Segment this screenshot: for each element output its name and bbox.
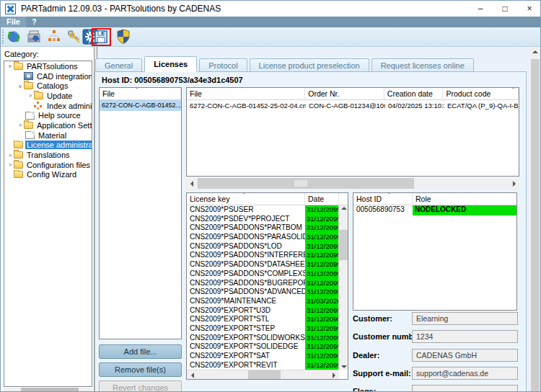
file-table-horizontal-scrollbar[interactable] (186, 178, 519, 189)
license-key-row[interactable]: CNS2009*PSADDONS*DATASHEET 31/12/2099 (187, 260, 339, 270)
column-header-order-nr[interactable]: Order Nr. (305, 88, 384, 99)
tree-item[interactable]: Index administration (4, 101, 92, 111)
column-header-host-id[interactable]: Host ID (353, 193, 413, 205)
field-value[interactable]: Elearning (412, 312, 518, 325)
license-key-row[interactable]: CNS2009*PSADDONS*ADVANCEDTOPO 31/12/2099 (187, 288, 339, 297)
license-key-row[interactable]: CNS2009*PSADDONS*COMPLEXSEARCH 31/12/209… (187, 270, 339, 279)
license-keys-horizontal-scrollbar[interactable] (187, 370, 339, 379)
tree-expander-icon[interactable]: > (6, 152, 14, 159)
license-key-row[interactable]: CNS2009*PSADDONS*INTERFERENCE 31/12/2099 (187, 251, 339, 260)
menu-help[interactable]: ? (26, 17, 43, 27)
host-role-row[interactable]: 005056890753 NODELOCKED (353, 205, 516, 215)
folder-icon (14, 161, 23, 169)
license-key-row[interactable]: CNS2009*EXPORT*STEP 31/12/2099 (187, 324, 339, 334)
tree-item[interactable]: v Catalogs (4, 81, 92, 91)
license-expiry-date: 31/12/2099 (305, 279, 339, 288)
app-icon (5, 4, 16, 14)
form-row: Customer number: 1234 (353, 330, 518, 343)
form-row: Customer: Elearning (353, 312, 518, 325)
tab-bar: General Licenses Protocol License produc… (95, 56, 476, 72)
tree-expander-icon[interactable]: > (17, 122, 24, 128)
tree-item[interactable]: License administration (4, 141, 92, 151)
tree-item[interactable]: > Application Settings (4, 120, 92, 130)
tree-item[interactable]: > Configuration files (4, 160, 92, 170)
license-key-row[interactable]: CNS2009*EXPORT*SOLIDWORKS 31/12/2099 (187, 334, 339, 343)
license-expiry-date: 31/12/2099 (305, 260, 339, 270)
category-sidebar: Category: v PARTsolutions CAD integratio… (1, 47, 94, 392)
folder-icon (24, 82, 33, 89)
tree-item-label: License administration (25, 141, 92, 149)
tree-expander-icon[interactable]: v (6, 63, 14, 69)
license-key-row[interactable]: CNS2009*PSADDONS*PARTBOM 31/12/2099 (187, 223, 339, 233)
tree-item-label: Catalogs (35, 81, 69, 90)
license-keys-vertical-scrollbar[interactable] (338, 205, 348, 370)
tree-item[interactable]: Material (4, 130, 92, 141)
license-key-row[interactable]: CNS2009*EXPORT*STL 31/12/2099 (187, 315, 339, 324)
action-button[interactable]: Remove file(s) (99, 362, 182, 377)
menu-bar: File ? (1, 17, 541, 27)
tree-item-label: Index administration (45, 102, 92, 110)
license-key-row[interactable]: CNS2009*PSADDONS*PARASOLID 31/12/2099 (187, 233, 339, 242)
action-button[interactable]: Revert changes (99, 380, 182, 392)
license-expiry-date: 31/12/2099 (305, 251, 339, 260)
tree-expander-icon[interactable]: > (27, 92, 34, 99)
tree-item[interactable]: > Update (4, 91, 92, 101)
pane-vertical-scrollbar[interactable] (530, 48, 540, 392)
column-header-license-key[interactable]: License key (187, 193, 305, 205)
tab[interactable]: Protocol (199, 58, 247, 72)
license-keys-icon[interactable] (66, 29, 82, 45)
license-key-row[interactable]: CNS2009*EXPORT*U3D 31/12/2099 (187, 306, 339, 316)
install-icon[interactable] (26, 29, 42, 45)
tree-item[interactable]: CAD integration (4, 71, 92, 81)
tree-item-label: Translations (25, 151, 71, 159)
index-administration-icon[interactable] (46, 29, 62, 45)
license-file-row[interactable]: 6272-CON-C-AGB-01452-25-02-04.cnsldb CON… (187, 100, 519, 111)
tree-horizontal-scrollbar[interactable] (4, 388, 92, 392)
license-key-row[interactable]: CNS2009*PSADDONS*LOD 31/12/2099 (187, 242, 339, 251)
tab[interactable]: Licenses (144, 56, 197, 72)
menu-file[interactable]: File (1, 17, 26, 27)
update-icon[interactable] (6, 29, 22, 45)
license-key-row[interactable]: CNS2009*EXPORT*REVIT 31/12/2099 (187, 361, 339, 370)
field-value[interactable]: 1234 (412, 330, 518, 343)
maximize-button[interactable]: □ (493, 1, 517, 17)
tree-item[interactable]: Config Wizard (4, 170, 92, 180)
title-bar: PARTadmin 12.09.03 - PARTsolutions by CA… (1, 1, 541, 17)
tree-expander-icon[interactable]: v (17, 83, 24, 89)
tab[interactable]: License product preselection (250, 58, 369, 72)
index-icon (34, 102, 43, 110)
tab[interactable]: General (95, 58, 142, 72)
license-key-row[interactable]: CNS2009*MAINTENANCE 31/03/2026 (187, 297, 339, 306)
license-key-row[interactable]: CNS2009*PSDEV*PPROJECT 31/12/2099 (187, 215, 339, 224)
column-header-file[interactable]: File (187, 88, 305, 99)
tree-item[interactable]: Help source (4, 110, 92, 120)
license-key-row[interactable]: CNS2009*PSUSER 31/12/2099 (187, 205, 339, 215)
column-header-product-code[interactable]: Product code (443, 88, 519, 99)
minimize-button[interactable]: – (468, 1, 493, 17)
form-row: Flags: (353, 385, 518, 392)
column-header-creation-date[interactable]: Creation date (384, 88, 444, 99)
form-row: Dealer: CADENAS GmbH (353, 349, 518, 362)
file-list-header[interactable]: File (100, 88, 181, 99)
column-header-date[interactable]: Date (305, 193, 339, 205)
save-icon[interactable] (93, 29, 109, 45)
field-value[interactable]: support@cadenas.de (412, 367, 518, 380)
field-value[interactable] (412, 385, 518, 392)
column-header-role[interactable]: Role (413, 193, 516, 205)
action-button[interactable]: Add file... (99, 344, 182, 359)
field-value[interactable]: CADENAS GmbH (412, 349, 518, 362)
license-expiry-date: 31/12/2099 (305, 205, 339, 215)
license-key-row[interactable]: CNS2009*EXPORT*SOLIDEDGE 31/12/2099 (187, 342, 339, 352)
tree-item[interactable]: v PARTsolutions (4, 61, 92, 71)
license-expiry-date: 31/12/2099 (305, 352, 339, 361)
tree-item[interactable]: > Translations (4, 150, 92, 160)
license-expiry-date: 31/12/2099 (305, 223, 339, 233)
license-key-row[interactable]: CNS2009*EXPORT*SAT 31/12/2099 (187, 352, 339, 361)
tab[interactable]: Request licenses online (371, 58, 474, 72)
license-key-row[interactable]: CNS2009*PSADDONS*BUGREPORT 31/12/2099 (187, 279, 339, 288)
tree-expander-icon[interactable]: > (6, 161, 14, 168)
file-list-row[interactable]: 6272-CON-C-AGB-01452... (100, 100, 181, 111)
close-button[interactable]: × (517, 1, 541, 17)
license-keys-panel: ˇ License key Date CNS2009*PSUSER 31/12/… (186, 192, 348, 380)
admin-shield-icon[interactable] (115, 29, 131, 45)
